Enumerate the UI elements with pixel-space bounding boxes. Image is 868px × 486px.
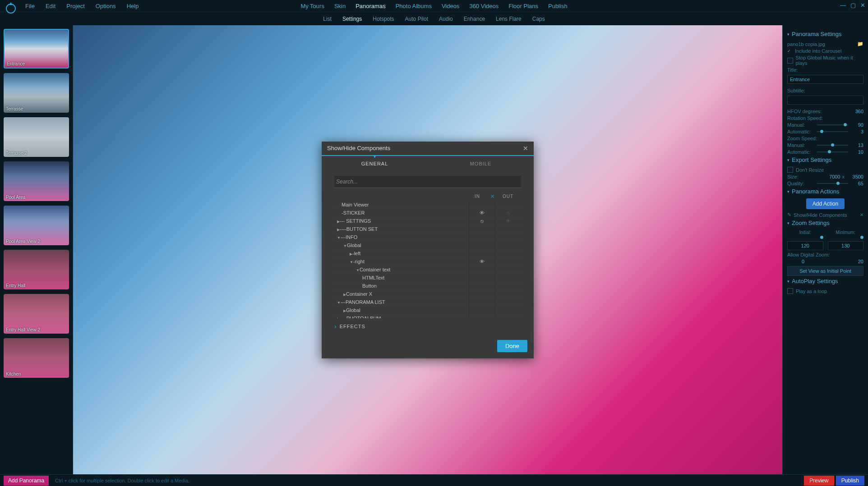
in-toggle[interactable] xyxy=(469,266,495,274)
play-loop-checkbox[interactable]: Play as a loop xyxy=(787,288,863,294)
modal-tab-general[interactable]: GENERAL xyxy=(322,156,428,171)
publish-button[interactable]: Publish xyxy=(836,476,864,486)
thumbnail-pool-area[interactable]: Pool Area xyxy=(4,161,69,201)
out-toggle[interactable] xyxy=(495,282,521,290)
folder-icon[interactable]: 📁 xyxy=(857,41,863,47)
include-carousel-checkbox[interactable]: Include into Carousel xyxy=(787,48,863,54)
menu-help[interactable]: Help xyxy=(127,3,139,9)
tab-publish[interactable]: Publish xyxy=(548,3,568,9)
out-toggle[interactable] xyxy=(495,298,521,306)
tree-row[interactable]: ▼---PANORAMA LIST xyxy=(334,298,521,307)
subtitle-input[interactable] xyxy=(787,96,863,105)
autoplay-settings-header[interactable]: AutoPlay Settings xyxy=(787,278,863,284)
tab-floorplans[interactable]: Floor Plans xyxy=(508,3,538,9)
title-input[interactable] xyxy=(787,75,863,84)
export-settings-header[interactable]: Export Settings xyxy=(787,156,863,163)
out-toggle[interactable] xyxy=(495,315,521,318)
out-toggle[interactable] xyxy=(495,201,521,209)
zoom-manual-slider[interactable]: Manual: 13 xyxy=(787,142,863,148)
in-toggle[interactable] xyxy=(469,234,495,241)
out-toggle[interactable] xyxy=(495,307,521,314)
add-action-button[interactable]: Add Action xyxy=(806,198,845,209)
in-toggle[interactable] xyxy=(469,290,495,298)
dz-val1[interactable]: 20 xyxy=(846,259,863,264)
tab-360videos[interactable]: 360 Videos xyxy=(469,3,499,9)
subnav-caps[interactable]: Caps xyxy=(532,16,545,22)
tree-row[interactable]: -STICKER👁⦸ xyxy=(334,209,521,217)
tree-arrow-icon[interactable]: ▼ xyxy=(356,268,360,272)
in-toggle[interactable] xyxy=(469,274,495,282)
tree-row[interactable]: Main Viewer xyxy=(334,201,521,209)
in-toggle[interactable] xyxy=(469,242,495,249)
tab-skin[interactable]: Skin xyxy=(334,3,346,9)
menu-project[interactable]: Project xyxy=(66,3,84,9)
in-toggle[interactable]: 👁 xyxy=(469,209,495,217)
minimize-icon[interactable]: — xyxy=(840,2,846,9)
out-toggle[interactable] xyxy=(495,225,521,233)
zoom-auto-slider[interactable]: Automatic: 10 xyxy=(787,149,863,155)
in-toggle[interactable] xyxy=(469,201,495,209)
menu-edit[interactable]: Edit xyxy=(46,3,55,9)
tree-arrow-icon[interactable]: ▼ xyxy=(337,301,341,305)
menu-file[interactable]: File xyxy=(25,3,35,9)
in-toggle[interactable] xyxy=(469,298,495,306)
modal-close-icon[interactable]: ✕ xyxy=(523,145,528,152)
in-toggle[interactable] xyxy=(469,250,495,257)
in-toggle[interactable]: 👁 xyxy=(469,258,495,266)
preview-button[interactable]: Preview xyxy=(804,476,834,486)
in-toggle[interactable] xyxy=(469,315,495,318)
out-toggle[interactable] xyxy=(495,242,521,249)
out-toggle[interactable] xyxy=(495,258,521,266)
menu-options[interactable]: Options xyxy=(96,3,116,9)
subnav-enhance[interactable]: Enhance xyxy=(464,16,485,22)
out-toggle[interactable] xyxy=(495,234,521,241)
maximize-icon[interactable]: ▢ xyxy=(850,2,856,9)
thumbnail-entry-hall-view-2[interactable]: Entry Hall View 2 xyxy=(4,294,69,334)
panorama-settings-header[interactable]: Panorama Settings xyxy=(787,31,863,37)
dont-resize-checkbox[interactable]: Don't Resize xyxy=(787,167,863,173)
tree-row[interactable]: ▶----PHOTOALBUM xyxy=(334,315,521,318)
stop-music-checkbox[interactable]: Stop Global Music when it plays xyxy=(787,55,863,66)
subnav-autopilot[interactable]: Auto Pilot xyxy=(405,16,428,22)
done-button[interactable]: Done xyxy=(497,340,527,352)
action-show-hide-components[interactable]: ✎ Show/Hide Components ✕ xyxy=(787,212,863,218)
tree-row[interactable]: Button xyxy=(334,282,521,290)
thumbnail-pool-area-view-2[interactable]: Pool Area View 2 xyxy=(4,206,69,245)
in-toggle[interactable] xyxy=(469,307,495,314)
hfov-value[interactable]: 360 xyxy=(846,109,863,114)
tab-photoalbums[interactable]: Photo Albums xyxy=(396,3,432,9)
viewport[interactable]: Show/Hide Components ✕ GENERAL MOBILE IN… xyxy=(73,25,782,474)
minimum-zoom-input[interactable]: 130 xyxy=(828,241,864,250)
tree-row[interactable]: ▼-right👁 xyxy=(334,258,521,266)
dz-val0[interactable]: 0 xyxy=(787,259,804,264)
panorama-actions-header[interactable]: Panorama Actions xyxy=(787,188,863,195)
subnav-list[interactable]: List xyxy=(323,16,332,22)
out-toggle[interactable]: 👁 xyxy=(495,217,521,225)
out-toggle[interactable] xyxy=(495,250,521,257)
out-toggle[interactable] xyxy=(495,274,521,282)
tree-arrow-icon[interactable]: ▼ xyxy=(350,260,353,264)
link-icon[interactable]: ⤫ xyxy=(490,193,495,199)
tab-videos[interactable]: Videos xyxy=(442,3,460,9)
thumbnail-entrance[interactable]: Entrance xyxy=(4,29,69,69)
rotation-auto-slider[interactable]: Automatic: 3 xyxy=(787,129,863,134)
add-panorama-button[interactable]: Add Panorama xyxy=(4,476,49,486)
modal-tab-mobile[interactable]: MOBILE xyxy=(428,156,534,171)
subnav-audio[interactable]: Audio xyxy=(439,16,453,22)
zoom-settings-header[interactable]: Zoom Settings xyxy=(787,220,863,226)
thumbnail-terrasse[interactable]: Terrasse xyxy=(4,73,69,113)
modal-search-input[interactable] xyxy=(334,176,521,188)
tree-arrow-icon[interactable]: ▼ xyxy=(337,236,341,240)
effects-section[interactable]: EFFECTS xyxy=(334,318,521,332)
tree-row[interactable]: ▶----BUTTON SET xyxy=(334,225,521,234)
rotation-manual-slider[interactable]: Manual: 90 xyxy=(787,122,863,128)
thumbnail-entry-hall[interactable]: Entry Hall xyxy=(4,250,69,289)
in-toggle[interactable] xyxy=(469,282,495,290)
tree-arrow-icon[interactable]: ▼ xyxy=(343,244,347,248)
tab-mytours[interactable]: My Tours xyxy=(300,3,324,9)
tab-panoramas[interactable]: Panoramas xyxy=(356,3,385,9)
out-toggle[interactable] xyxy=(495,290,521,298)
tree-row[interactable]: ▶-left xyxy=(334,250,521,258)
in-toggle[interactable] xyxy=(469,225,495,233)
tree-row[interactable]: ▼Global xyxy=(334,242,521,250)
